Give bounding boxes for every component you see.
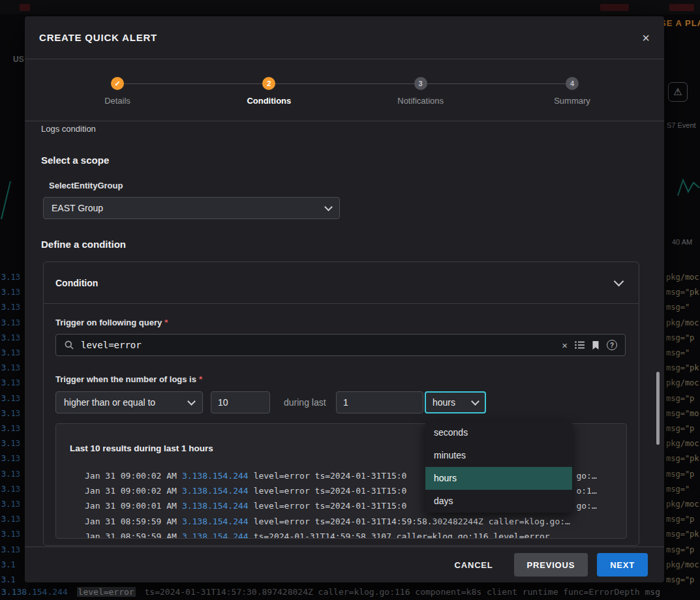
log-tail: o:1… xyxy=(576,486,596,496)
step-label: Details xyxy=(78,96,157,106)
log-line: Jan 31 08:59:59 AM3.138.154.244ts=2024-0… xyxy=(56,529,626,539)
create-quick-alert-modal: CREATE QUICK ALERT × ✓ Details 2 Conditi… xyxy=(25,16,664,582)
log-ip[interactable]: 3.138.154.244 xyxy=(182,471,249,481)
comparator-select[interactable]: higher than or equal to xyxy=(55,391,203,413)
entity-group-label: SelectEntityGroup xyxy=(49,181,123,190)
unit-select[interactable]: hours xyxy=(425,391,486,413)
log-timestamp: Jan 31 08:59:59 AM xyxy=(85,517,177,526)
bookmark-icon[interactable] xyxy=(592,340,600,350)
log-line: Jan 31 08:59:59 AM3.138.154.244level=err… xyxy=(56,514,626,529)
modal-footer: CANCEL PREVIOUS NEXT xyxy=(25,547,664,582)
chevron-down-icon xyxy=(187,397,196,406)
search-icon xyxy=(64,340,74,350)
trigger-label-text: Trigger when the number of logs is xyxy=(55,374,196,384)
logs-condition-tag: Logs condition xyxy=(41,124,96,134)
step-indicator: 4 xyxy=(566,77,579,90)
chevron-down-icon xyxy=(471,397,479,406)
close-icon[interactable]: × xyxy=(642,31,650,44)
stepper-step[interactable]: 3 Notifications xyxy=(382,77,460,106)
results-title: Last 10 results during last 1 hours xyxy=(70,443,213,453)
entity-group-select[interactable]: EAST Group xyxy=(43,197,340,219)
required-asterisk: * xyxy=(199,374,202,384)
condition-heading: Define a condition xyxy=(41,239,126,250)
saved-queries-list-icon[interactable] xyxy=(575,340,585,350)
stepper-step[interactable]: 4 Summary xyxy=(533,77,611,106)
unit-option[interactable]: minutes xyxy=(425,444,572,467)
threshold-input[interactable] xyxy=(211,391,270,413)
stepper: ✓ Details 2 Conditions 3 Notifications 4… xyxy=(25,59,664,121)
query-value[interactable]: level=error xyxy=(81,340,555,350)
log-message: level=error ts=2024-01-31T15:0 xyxy=(254,501,407,511)
entity-group-value: EAST Group xyxy=(52,203,103,213)
log-timestamp: Jan 31 08:59:59 AM xyxy=(85,532,177,539)
log-ip[interactable]: 3.138.154.244 xyxy=(182,486,249,496)
stepper-step[interactable]: ✓ Details xyxy=(78,77,157,106)
required-asterisk: * xyxy=(164,318,168,327)
step-label: Notifications xyxy=(382,96,460,106)
comparator-value: higher than or equal to xyxy=(64,397,155,408)
help-icon[interactable]: ? xyxy=(607,340,617,350)
next-button[interactable]: NEXT xyxy=(597,553,648,577)
trigger-controls: higher than or equal to during last hour… xyxy=(44,391,639,413)
window-input[interactable] xyxy=(336,391,423,413)
query-actions: × ? xyxy=(562,340,617,350)
log-tail: go:… xyxy=(576,501,596,511)
log-timestamp: Jan 31 09:00:01 AM xyxy=(85,501,177,511)
step-indicator: 2 xyxy=(262,77,275,90)
condition-panel-header[interactable]: Condition xyxy=(44,262,639,304)
modal-header: CREATE QUICK ALERT × xyxy=(25,16,664,59)
condition-panel: Condition Trigger on following query* le… xyxy=(43,262,639,546)
modal-scrollbar-thumb[interactable] xyxy=(656,372,660,445)
chevron-down-icon xyxy=(614,276,624,286)
clear-icon[interactable]: × xyxy=(562,340,568,350)
query-label-text: Trigger on following query xyxy=(55,318,162,327)
step-label: Conditions xyxy=(230,96,308,106)
app-root: { "background": { "top_right_plan": "SE … xyxy=(0,0,700,600)
query-label: Trigger on following query* xyxy=(55,318,168,327)
step-indicator: 3 xyxy=(414,77,427,90)
log-ip[interactable]: 3.138.154.244 xyxy=(182,517,249,526)
previous-button[interactable]: PREVIOUS xyxy=(514,553,588,577)
log-ip[interactable]: 3.138.154.244 xyxy=(182,532,249,539)
stepper-step[interactable]: 2 Conditions xyxy=(230,77,308,106)
unit-option[interactable]: seconds xyxy=(425,421,572,444)
log-message: ts=2024-01-31T14:59:58.3107 caller=klog.… xyxy=(254,532,555,539)
step-label: Summary xyxy=(533,96,611,106)
step-indicator: ✓ xyxy=(111,77,124,90)
log-timestamp: Jan 31 09:00:02 AM xyxy=(85,471,177,481)
log-tail: go:… xyxy=(576,471,596,481)
unit-option[interactable]: days xyxy=(425,490,572,513)
condition-panel-title: Condition xyxy=(55,278,98,288)
scope-heading: Select a scope xyxy=(41,155,109,166)
stepper-steps: ✓ Details 2 Conditions 3 Notifications 4… xyxy=(78,77,611,106)
modal-body: Logs condition Select a scope SelectEnti… xyxy=(25,121,664,547)
log-message: level=error ts=2024-01-31T15:0 xyxy=(254,471,407,481)
cancel-button[interactable]: CANCEL xyxy=(443,553,505,577)
unit-option[interactable]: hours xyxy=(425,467,572,490)
query-input[interactable]: level=error × ? xyxy=(55,334,626,356)
log-timestamp: Jan 31 09:00:02 AM xyxy=(85,486,177,496)
log-message: level=error ts=2024-01-31T15:0 xyxy=(254,486,407,496)
chevron-down-icon xyxy=(324,203,333,211)
unit-value: hours xyxy=(433,397,455,408)
trigger-label: Trigger when the number of logs is* xyxy=(55,374,202,384)
log-ip[interactable]: 3.138.154.244 xyxy=(182,501,249,511)
log-message: level=error ts=2024-01-31T14:59:58.30248… xyxy=(254,517,570,526)
unit-dropdown-menu: secondsminuteshoursdays xyxy=(425,421,572,513)
modal-title: CREATE QUICK ALERT xyxy=(39,32,157,43)
during-last-label: during last xyxy=(284,391,326,413)
